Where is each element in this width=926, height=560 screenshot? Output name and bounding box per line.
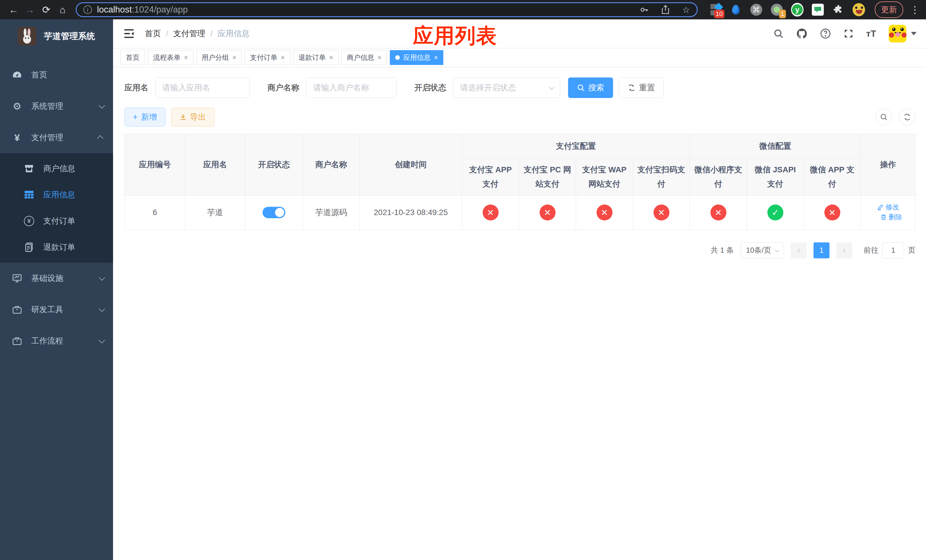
site-info-icon[interactable]: i (83, 5, 92, 14)
page-number-current[interactable]: 1 (814, 242, 829, 258)
cell-merchant: 芋道源码 (303, 195, 360, 230)
edit-pen-icon (877, 204, 884, 210)
sidebar-item-workflow[interactable]: 工作流程 (0, 325, 113, 357)
breadcrumb-pay[interactable]: 支付管理 (173, 28, 205, 39)
sidebar-item-pay[interactable]: ¥ 支付管理 (0, 122, 113, 153)
caret-down-icon (911, 32, 917, 35)
collapse-sidebar-icon[interactable] (123, 29, 135, 39)
font-size-icon[interactable]: тT (866, 29, 876, 39)
close-icon[interactable]: × (378, 53, 381, 62)
fullscreen-icon[interactable] (843, 29, 854, 39)
close-icon[interactable]: × (232, 53, 236, 62)
col-header-alipay-wap: 支付宝 WAP 网站支付 (576, 159, 633, 196)
home-icon[interactable]: ⌂ (55, 2, 70, 17)
breadcrumb-current: 应用信息 (218, 28, 250, 39)
goto-page-input[interactable] (882, 242, 904, 258)
next-page-button[interactable]: › (836, 242, 852, 258)
add-button[interactable]: + 新增 (124, 107, 165, 127)
sidebar-item-app-info[interactable]: 应用信息 (0, 182, 113, 208)
browser-profile-avatar[interactable] (853, 3, 865, 16)
app-name-input[interactable] (155, 77, 250, 98)
tab-merchant-info[interactable]: 商户信息× (341, 50, 387, 65)
search-form: 应用名 商户名称 开启状态 请选择开启状态 搜索 (124, 77, 915, 98)
extension-badge: 1 (779, 10, 786, 18)
status-select[interactable]: 请选择开启状态 (453, 77, 560, 98)
refresh-button[interactable] (899, 109, 915, 125)
sidebar-item-home[interactable]: 首页 (0, 59, 113, 91)
reload-icon[interactable]: ⟳ (39, 2, 53, 17)
export-button[interactable]: 导出 (171, 107, 215, 127)
status-toggle[interactable] (263, 207, 285, 218)
address-bar[interactable]: i localhost:1024/pay/app ☆ (76, 2, 698, 17)
tags-view-bar: 首页 流程表单× 用户分组× 支付订单× 退款订单× 商户信息× 应用信息× (113, 48, 926, 67)
extension-y-icon[interactable] (791, 3, 803, 16)
total-count: 共 1 条 (711, 245, 734, 255)
bookmark-star-icon[interactable]: ☆ (682, 5, 690, 15)
edit-link[interactable]: 修改 (877, 203, 899, 212)
table-toolbar: + 新增 导出 (124, 107, 915, 127)
back-icon[interactable]: ← (6, 2, 21, 17)
forward-icon[interactable]: → (23, 2, 37, 17)
github-icon[interactable] (796, 28, 808, 39)
extension-chat-icon[interactable] (811, 3, 824, 16)
tab-home[interactable]: 首页 (121, 50, 145, 65)
app-title: 芋道管理系统 (44, 30, 95, 42)
extension-badge: 10 (714, 10, 725, 18)
tab-app-info-active[interactable]: 应用信息× (390, 50, 443, 65)
sidebar: 芋道管理系统 首页 ⚙ 系统管理 ¥ 支付管理 (0, 20, 113, 560)
status-disabled-icon: ✕ (483, 204, 499, 221)
sidebar-item-infra[interactable]: 基础设施 (0, 263, 113, 294)
tab-process-form[interactable]: 流程表单× (148, 50, 193, 65)
extension-blocks-icon[interactable]: 10 (709, 3, 722, 16)
monitor-icon (11, 274, 23, 283)
briefcase-icon (11, 336, 23, 345)
status-label: 开启状态 (414, 82, 446, 93)
reset-button[interactable]: 重置 (619, 77, 664, 98)
browser-menu-icon[interactable]: ⋮ (910, 4, 920, 15)
share-icon[interactable] (661, 5, 670, 14)
active-dot-icon (395, 55, 400, 60)
close-icon[interactable]: × (329, 53, 333, 62)
close-icon[interactable]: × (434, 53, 438, 62)
breadcrumb-separator: / (166, 29, 168, 38)
annotation-title: 应用列表 (413, 22, 497, 50)
update-button[interactable]: 更新 (875, 2, 903, 18)
sidebar-item-pay-order[interactable]: ¥ 支付订单 (0, 208, 113, 234)
gear-icon: ⚙ (11, 101, 23, 112)
status-disabled-icon: ✕ (825, 204, 840, 221)
extension-command-icon[interactable]: ⌘ (750, 3, 763, 16)
url-text[interactable]: localhost:1024/pay/app (97, 5, 188, 15)
close-icon[interactable]: × (281, 53, 285, 62)
sidebar-item-merchant-info[interactable]: 商户信息 (0, 156, 113, 182)
extensions-puzzle-icon[interactable] (832, 3, 844, 16)
tab-user-group[interactable]: 用户分组× (196, 50, 242, 65)
password-key-icon[interactable] (640, 5, 649, 14)
user-avatar-menu[interactable] (889, 25, 917, 42)
sidebar-menu: 首页 ⚙ 系统管理 ¥ 支付管理 商户信息 (0, 59, 113, 357)
prev-page-button[interactable]: ‹ (791, 242, 807, 258)
refresh-icon (903, 113, 911, 121)
delete-link[interactable]: 删除 (880, 212, 902, 222)
breadcrumb-home[interactable]: 首页 (145, 28, 161, 39)
sidebar-item-devtools[interactable]: 研发工具 (0, 294, 113, 325)
tab-pay-order[interactable]: 支付订单× (245, 50, 290, 65)
extension-recorder-icon[interactable]: 1 (770, 3, 783, 16)
col-header-status: 开启状态 (245, 134, 303, 196)
sidebar-item-system[interactable]: ⚙ 系统管理 (0, 91, 113, 122)
status-disabled-icon: ✕ (540, 204, 555, 221)
extension-balloon-icon[interactable] (729, 3, 742, 16)
close-icon[interactable]: × (184, 53, 188, 62)
search-icon[interactable] (773, 29, 784, 39)
col-header-name: 应用名 (185, 134, 245, 196)
help-icon[interactable] (820, 28, 831, 39)
merchant-name-input[interactable] (306, 77, 396, 98)
page-size-select[interactable]: 10条/页 (741, 242, 784, 258)
tab-refund-order[interactable]: 退款订单× (293, 50, 339, 65)
sidebar-item-refund-order[interactable]: 退款订单 (0, 234, 113, 260)
search-button[interactable]: 搜索 (568, 77, 613, 98)
col-header-wx-mini: 微信小程序支付 (690, 159, 747, 196)
toggle-search-button[interactable] (876, 109, 892, 125)
search-icon (880, 113, 888, 121)
status-enabled-icon: ✓ (767, 204, 783, 221)
group-header-alipay: 支付宝配置 (462, 134, 690, 159)
